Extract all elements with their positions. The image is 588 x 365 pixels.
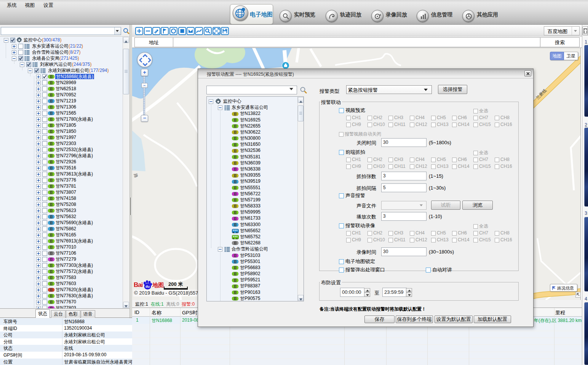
svg-text:du: du (145, 285, 150, 288)
